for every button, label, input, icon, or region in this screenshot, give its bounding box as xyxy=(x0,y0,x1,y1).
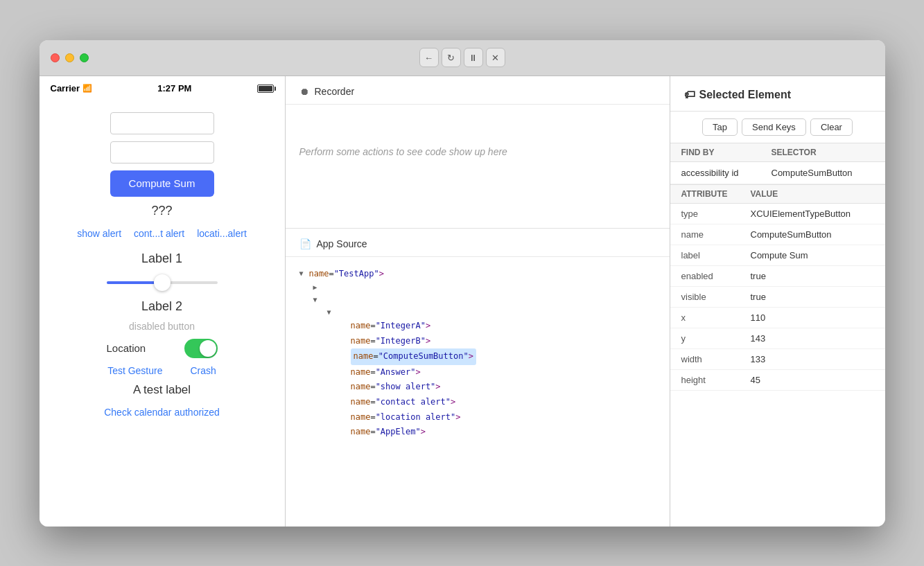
main-content: Carrier 📶 1:27 PM Compute Sum ??? show a… xyxy=(40,76,885,527)
find-by-value: accessibility id xyxy=(681,168,772,178)
app-source-header: 📄 App Source xyxy=(286,229,670,257)
tree-line[interactable]: name="IntegerB"> xyxy=(299,334,656,349)
back-button[interactable]: ← xyxy=(419,48,439,67)
label-2: Label 2 xyxy=(141,299,182,314)
xml-tag: name="IntegerA"> xyxy=(351,319,431,334)
selector-value: ComputeSumButton xyxy=(772,168,874,178)
xml-equals: = xyxy=(370,397,375,407)
xml-attr-name: name xyxy=(351,412,371,422)
close-button[interactable]: ✕ xyxy=(486,48,505,67)
tree-line[interactable]: name="ComputeSumButton"> xyxy=(299,348,656,365)
tree-line[interactable]: name="contact alert"> xyxy=(299,395,656,410)
result-label: ??? xyxy=(151,204,172,218)
xml-tag: name="TestApp"> xyxy=(309,267,384,282)
clear-button[interactable]: Clear xyxy=(810,118,853,136)
attr-row: x 110 xyxy=(670,308,885,328)
contact-alert-link[interactable]: cont...t alert xyxy=(134,228,184,239)
crash-link[interactable]: Crash xyxy=(191,365,216,376)
right-panel: 🏷 Selected Element Tap Send Keys Clear F… xyxy=(670,76,885,527)
attr-key: name xyxy=(681,229,751,240)
toggle-knob xyxy=(200,340,216,357)
xml-attr-name: name xyxy=(309,269,329,278)
battery-icon xyxy=(257,85,274,93)
selected-element-title: 🏷 Selected Element xyxy=(684,89,792,101)
xml-tag: name="location alert"> xyxy=(351,410,461,425)
recorder-header: ⏺ Recorder xyxy=(286,76,670,105)
xml-attr-name: name xyxy=(354,351,374,361)
tree-line[interactable]: name="show alert"> xyxy=(299,380,656,395)
xml-tag-suffix: > xyxy=(469,351,473,361)
xml-attr-name: name xyxy=(351,336,371,346)
xml-equals: = xyxy=(373,351,378,361)
test-gesture-link[interactable]: Test Gesture xyxy=(107,365,162,376)
gesture-row: Test Gesture Crash xyxy=(107,365,216,376)
time-label: 1:27 PM xyxy=(157,83,191,94)
location-alert-link[interactable]: locati...alert xyxy=(197,228,247,239)
slider-container xyxy=(107,273,218,292)
maximize-window-button[interactable] xyxy=(80,53,89,62)
attr-row: label Compute Sum xyxy=(670,245,885,266)
tree-arrow[interactable]: ▼ xyxy=(299,267,309,280)
tree-arrow[interactable]: ▼ xyxy=(327,306,337,319)
integer-a-input[interactable] xyxy=(110,112,214,134)
xml-equals: = xyxy=(370,412,375,422)
simulator-panel: Carrier 📶 1:27 PM Compute Sum ??? show a… xyxy=(40,76,286,527)
battery-indicator xyxy=(257,85,274,93)
attr-key: width xyxy=(681,354,751,364)
attr-value: Compute Sum xyxy=(751,250,874,260)
recorder-section: ⏺ Recorder Perform some actions to see c… xyxy=(286,76,670,229)
main-window: ← ↻ ⏸ ✕ Carrier 📶 1:27 PM xyxy=(40,40,885,527)
attr-row: height 45 xyxy=(670,370,885,391)
slider-thumb[interactable] xyxy=(154,274,171,291)
traffic-lights xyxy=(51,53,89,62)
send-keys-button[interactable]: Send Keys xyxy=(742,118,806,136)
xml-tree: ▼name="TestApp">▶▼▼name="IntegerA">name=… xyxy=(286,257,670,527)
pause-button[interactable]: ⏸ xyxy=(464,48,483,67)
nav-buttons: ← ↻ ⏸ ✕ xyxy=(419,48,505,67)
tree-line[interactable]: name="Answer"> xyxy=(299,365,656,380)
tree-arrow[interactable]: ▶ xyxy=(313,281,323,294)
xml-equals: = xyxy=(370,336,375,346)
battery-fill xyxy=(259,86,272,91)
xml-tag-suffix: > xyxy=(426,321,430,330)
title-bar: ← ↻ ⏸ ✕ xyxy=(40,40,885,76)
find-by-table: Find By Selector accessibility id Comput… xyxy=(670,143,885,185)
middle-panel: ⏺ Recorder Perform some actions to see c… xyxy=(286,76,670,527)
xml-tag-suffix: > xyxy=(415,367,420,377)
minimize-window-button[interactable] xyxy=(65,53,74,62)
close-window-button[interactable] xyxy=(51,53,60,62)
action-buttons: Tap Send Keys Clear xyxy=(670,112,885,143)
recorder-placeholder: Perform some actions to see code show up… xyxy=(286,105,670,199)
tap-button[interactable]: Tap xyxy=(702,118,738,136)
tree-line[interactable]: name="AppElem"> xyxy=(299,425,656,440)
tree-arrow[interactable]: ▼ xyxy=(313,294,323,306)
xml-attr-value: "contact alert" xyxy=(376,397,451,407)
attr-key: type xyxy=(681,209,751,219)
tree-line[interactable]: ▼ xyxy=(299,294,656,306)
tree-line[interactable]: ▶ xyxy=(299,281,656,294)
xml-attr-value: "IntegerA" xyxy=(376,321,426,330)
tree-line[interactable]: ▼name="TestApp"> xyxy=(299,267,656,282)
attributes-rows: type XCUIElementTypeButton name ComputeS… xyxy=(670,204,885,391)
tree-line[interactable]: name="IntegerA"> xyxy=(299,319,656,334)
location-row: Location xyxy=(107,339,218,358)
location-label: Location xyxy=(107,342,146,354)
tree-line[interactable]: name="location alert"> xyxy=(299,410,656,425)
check-calendar-link[interactable]: Check calendar authorized xyxy=(104,407,220,418)
tree-line[interactable]: ▼ xyxy=(299,306,656,319)
wifi-icon: 📶 xyxy=(82,84,92,93)
xml-tag-suffix: > xyxy=(435,382,440,391)
show-alert-link[interactable]: show alert xyxy=(77,228,121,239)
attr-key: enabled xyxy=(681,271,751,281)
compute-sum-button[interactable]: Compute Sum xyxy=(110,170,214,197)
app-source-title: App Source xyxy=(317,238,367,249)
highlighted-xml-row[interactable]: name="ComputeSumButton"> xyxy=(351,348,476,365)
xml-equals: = xyxy=(370,427,375,436)
xml-attr-value: "IntegerB" xyxy=(376,336,426,346)
location-toggle[interactable] xyxy=(184,339,218,358)
refresh-button[interactable]: ↻ xyxy=(442,48,461,67)
attr-row: visible true xyxy=(670,287,885,308)
attr-row: width 133 xyxy=(670,349,885,370)
integer-b-input[interactable] xyxy=(110,141,214,163)
xml-tag: name="Answer"> xyxy=(351,365,421,380)
